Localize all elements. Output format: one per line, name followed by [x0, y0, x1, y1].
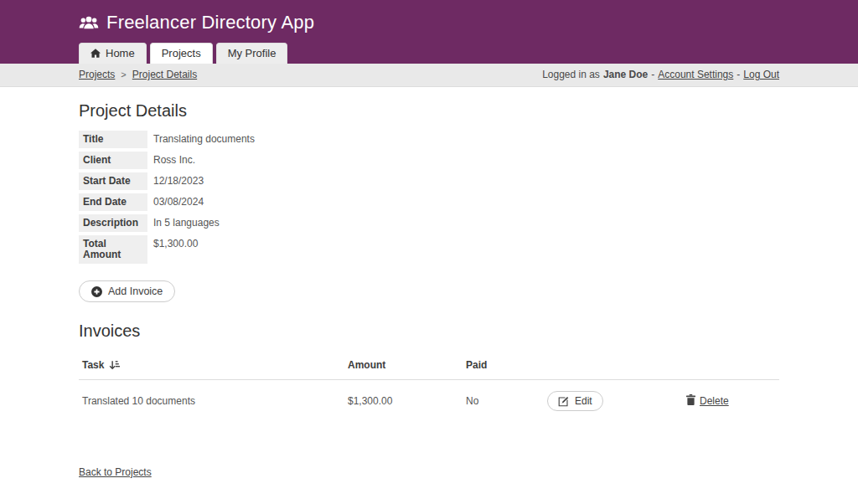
trash-icon [686, 394, 695, 408]
description-label: Description [79, 214, 147, 232]
task-column-header[interactable]: Task [82, 359, 120, 371]
edit-icon [558, 396, 569, 407]
sort-icon [109, 360, 120, 370]
breadcrumb-separator: > [121, 69, 126, 80]
invoice-row: Translated 10 documents $1,300.00 No Edi… [79, 380, 779, 422]
add-invoice-button[interactable]: Add Invoice [79, 280, 175, 302]
tab-home[interactable]: Home [79, 43, 147, 64]
title-label: Title [79, 131, 147, 148]
main-nav: Home Projects My Profile [79, 43, 779, 64]
tab-home-label: Home [106, 47, 135, 59]
app-title: Freelancer Directory App [106, 12, 314, 33]
session-username: Jane Doe [603, 69, 648, 80]
invoices-table-header: Task Amount Paid [79, 351, 779, 380]
app-brand: Freelancer Directory App [79, 12, 779, 33]
page-title: Project Details [79, 101, 779, 121]
session-separator-2: - [737, 69, 740, 80]
task-column-label: Task [82, 359, 104, 371]
detail-row-total-amount: Total Amount $1,300.00 [79, 235, 779, 264]
edit-button-label: Edit [575, 395, 592, 407]
start-date-label: Start Date [79, 172, 147, 190]
client-value: Ross Inc. [153, 152, 195, 169]
delete-invoice-link[interactable]: Delete [686, 394, 729, 408]
detail-row-client: Client Ross Inc. [79, 152, 779, 169]
detail-row-description: Description In 5 languages [79, 214, 779, 232]
tab-my-profile-label: My Profile [228, 47, 277, 59]
invoice-paid: No [466, 395, 547, 407]
tab-my-profile[interactable]: My Profile [216, 43, 288, 64]
back-to-projects-link[interactable]: Back to Projects [79, 466, 152, 478]
home-icon [90, 49, 101, 58]
client-label: Client [79, 152, 147, 169]
end-date-value: 03/08/2024 [153, 193, 204, 211]
invoice-task: Translated 10 documents [79, 395, 348, 407]
detail-row-title: Title Translating documents [79, 131, 779, 148]
edit-invoice-button[interactable]: Edit [547, 391, 603, 411]
invoice-amount: $1,300.00 [348, 395, 466, 407]
project-details: Title Translating documents Client Ross … [79, 131, 779, 264]
title-value: Translating documents [153, 131, 255, 148]
invoices-heading: Invoices [79, 321, 779, 341]
app-header: Freelancer Directory App Home Projects M… [0, 0, 858, 64]
end-date-label: End Date [79, 193, 147, 211]
total-amount-label: Total Amount [79, 235, 147, 264]
amount-column-header: Amount [348, 359, 466, 371]
tab-projects-label: Projects [162, 47, 201, 59]
session-separator: - [651, 69, 654, 80]
main-content: Project Details Title Translating docume… [79, 87, 779, 504]
start-date-value: 12/18/2023 [153, 172, 204, 190]
account-settings-link[interactable]: Account Settings [658, 69, 733, 80]
description-value: In 5 languages [153, 214, 220, 232]
total-amount-value: $1,300.00 [153, 235, 198, 264]
tab-projects[interactable]: Projects [150, 43, 213, 64]
paid-column-header: Paid [466, 359, 547, 371]
session-info: Logged in as Jane Doe - Account Settings… [542, 69, 779, 80]
breadcrumb-project-details-link[interactable]: Project Details [132, 69, 197, 80]
invoices-table: Task Amount Paid Translated 10 do [79, 351, 779, 422]
add-invoice-label: Add Invoice [108, 285, 163, 297]
plus-circle-icon [91, 286, 102, 297]
breadcrumb-projects-link[interactable]: Projects [79, 69, 115, 80]
detail-row-start-date: Start Date 12/18/2023 [79, 172, 779, 190]
detail-row-end-date: End Date 03/08/2024 [79, 193, 779, 211]
breadcrumb: Projects > Project Details [79, 69, 197, 80]
logout-link[interactable]: Log Out [743, 69, 779, 80]
info-bar: Projects > Project Details Logged in as … [0, 64, 858, 87]
users-icon [79, 15, 99, 31]
delete-link-label: Delete [700, 395, 729, 407]
session-prefix: Logged in as [542, 69, 600, 80]
